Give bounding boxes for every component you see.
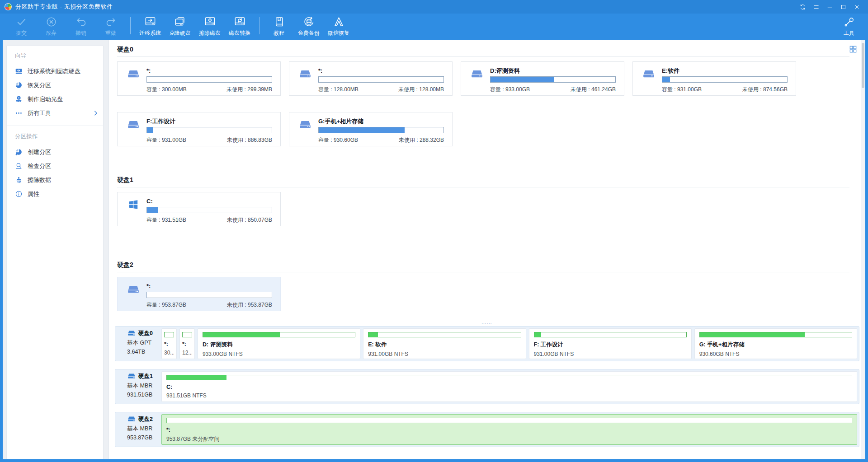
- capacity-row: 容量 : 931.00GB未使用 : 874.56GB: [662, 86, 788, 93]
- disk-map-partition[interactable]: G: 手机+相片存储930.60GB NTFS: [694, 328, 857, 359]
- disk-type: 基本 GPT: [127, 339, 159, 347]
- partition-card[interactable]: *:容量 : 300.00MB未使用 : 299.39MB: [117, 61, 281, 96]
- capacity-text: 容量 : 128.00MB: [318, 86, 359, 93]
- sidebar-item-label: 迁移系统到固态硬盘: [28, 67, 80, 75]
- usage-bar: [699, 332, 852, 337]
- partition-card[interactable]: E:软件容量 : 931.00GB未使用 : 874.56GB: [632, 61, 796, 96]
- sidebar-item-create-partition[interactable]: 创建分区: [7, 145, 103, 159]
- toolbar-button-label: 提交: [16, 29, 27, 37]
- sidebar-item-check-partition[interactable]: 检查分区: [7, 159, 103, 173]
- sidebar-item-label: 创建分区: [28, 148, 51, 156]
- toolbar-button-label: 工具: [844, 29, 854, 37]
- toolbar-button-tutorial[interactable]: 教程: [264, 16, 294, 37]
- unused-text: 未使用 : 461.24GB: [571, 86, 616, 93]
- sidebar-item-all-tools[interactable]: 所有工具: [7, 106, 103, 120]
- maximize-button[interactable]: [836, 0, 850, 14]
- disk-map-partition[interactable]: *:953.87GB 未分配空间: [161, 414, 857, 445]
- sidebar-item-erase-data[interactable]: 擦除数据: [7, 173, 103, 187]
- drive-icon: [127, 68, 140, 80]
- disk-map-row: 硬盘0基本 GPT3.64TB*:30...*:12...D: 评测资料933.…: [115, 326, 859, 361]
- disk-name: 硬盘1: [138, 373, 153, 380]
- sidebar-item-label: 恢复分区: [28, 81, 51, 89]
- disk-size: 953.87GB: [127, 434, 159, 441]
- capacity-text: 容量 : 933.00GB: [490, 86, 530, 93]
- drive-icon: [127, 284, 140, 295]
- wipe-disk-icon: [204, 16, 216, 28]
- partition-card[interactable]: F:工作设计容量 : 931.00GB未使用 : 886.83GB: [117, 112, 281, 146]
- capacity-text: 容量 : 931.51GB: [146, 216, 186, 224]
- discard-icon: [45, 16, 57, 28]
- create-partition-icon: [15, 148, 23, 156]
- disk-map-partition[interactable]: F: 工作设计931.00GB NTFS: [529, 328, 692, 359]
- sidebar-group-title: 向导: [7, 46, 103, 64]
- disk-map-partition[interactable]: C:931.51GB NTFS: [161, 371, 857, 402]
- usage-bar-fill: [700, 332, 805, 337]
- partition-card-body: C:容量 : 931.51GB未使用 : 850.07GB: [146, 198, 272, 226]
- toolbar-button-label: 免费备份: [298, 29, 320, 37]
- capacity-row: 容量 : 933.00GB未使用 : 461.24GB: [490, 86, 616, 93]
- migrate-ssd-icon: [15, 67, 23, 75]
- map-disk-icon: [127, 415, 136, 423]
- disk-map-row: 硬盘2基本 MBR953.87GB*:953.87GB 未分配空间: [115, 412, 859, 447]
- partition-label: D:评测资料: [490, 68, 616, 74]
- titlebar: 分区助手专业版 - 无损分区免费软件: [0, 0, 868, 14]
- capacity-text: 容量 : 931.00GB: [146, 136, 186, 144]
- disk-map-partition[interactable]: E: 软件931.00GB NTFS: [363, 328, 526, 359]
- splitter-handle[interactable]: ⋯⋯: [109, 321, 865, 326]
- partition-card-body: E:软件容量 : 931.00GB未使用 : 874.56GB: [662, 68, 788, 95]
- minimize-button[interactable]: [823, 0, 836, 14]
- toolbar-button-clone-disk[interactable]: 克隆硬盘: [165, 16, 195, 37]
- view-toggle-button[interactable]: [849, 45, 858, 54]
- toolbar-button-convert-disk[interactable]: 磁盘转换: [225, 16, 255, 37]
- partition-card[interactable]: *:容量 : 128.00MB未使用 : 128.00MB: [289, 61, 453, 96]
- disk-overview-area: 硬盘0*:容量 : 300.00MB未使用 : 299.39MB*:容量 : 1…: [109, 40, 865, 321]
- vertical-scrollbar[interactable]: [861, 40, 865, 459]
- sidebar-item-recover-partition[interactable]: 恢复分区: [7, 78, 103, 92]
- menu-button[interactable]: [809, 0, 823, 14]
- sidebar-item-migrate-ssd[interactable]: 迁移系统到固态硬盘: [7, 64, 103, 78]
- sidebar-item-label: 属性: [28, 190, 39, 198]
- partition-card[interactable]: D:评测资料容量 : 933.00GB未使用 : 461.24GB: [461, 61, 624, 96]
- sidebar-group-title: 分区操作: [7, 127, 103, 145]
- sidebar-item-bootable-media[interactable]: 制作启动光盘: [7, 92, 103, 106]
- partition-card[interactable]: G:手机+相片存储容量 : 930.60GB未使用 : 288.32GB: [289, 112, 453, 146]
- sidebar-item-properties[interactable]: 属性: [7, 187, 103, 201]
- toolbar-button-label: 擦除磁盘: [199, 29, 221, 37]
- disk-map-info[interactable]: 硬盘1基本 MBR931.51GB: [117, 371, 159, 402]
- scrollbar-thumb[interactable]: [862, 43, 864, 88]
- partition-size: 931.00GB NTFS: [368, 351, 521, 357]
- disk-type: 基本 MBR: [127, 425, 159, 433]
- disk-map-info[interactable]: 硬盘2基本 MBR953.87GB: [117, 414, 159, 445]
- capacity-text: 容量 : 930.60GB: [318, 136, 358, 144]
- undo-icon: [75, 16, 87, 28]
- disk-map-title: 硬盘2: [127, 415, 159, 423]
- disk-header: 硬盘1: [117, 176, 849, 183]
- disk-map-partition[interactable]: *:12...: [179, 328, 195, 359]
- tutorial-icon: [273, 16, 285, 28]
- disk-header: 硬盘0: [117, 46, 849, 53]
- usage-bar-fill: [662, 77, 670, 82]
- partition-label: E:软件: [662, 68, 788, 74]
- close-button[interactable]: [850, 0, 863, 14]
- partition-card[interactable]: C:容量 : 931.51GB未使用 : 850.07GB: [117, 192, 281, 226]
- toolbar-button-free-backup[interactable]: 免费备份: [294, 16, 324, 37]
- usage-bar-fill: [319, 127, 405, 133]
- disk-header: 硬盘2: [117, 261, 849, 268]
- refresh-button[interactable]: [796, 0, 809, 14]
- toolbar-button-tools[interactable]: 工具: [837, 16, 861, 37]
- toolbar-button-wechat-recovery[interactable]: 微信恢复: [324, 16, 354, 37]
- toolbar-tools-group: 工具: [837, 16, 861, 37]
- disk-map-partition[interactable]: *:30...: [161, 328, 177, 359]
- partition-card[interactable]: *:容量 : 953.87GB未使用 : 953.87GB: [117, 277, 281, 311]
- toolbar-button-discard: 放弃: [36, 16, 66, 37]
- drive-icon: [470, 68, 484, 80]
- redo-icon: [105, 16, 117, 28]
- toolbar-button-migrate-system[interactable]: 迁移系统: [135, 16, 165, 37]
- grid-toggle-icon: [849, 45, 858, 54]
- toolbar-separator: [259, 17, 259, 34]
- disk-map-info[interactable]: 硬盘0基本 GPT3.64TB: [117, 328, 159, 359]
- disk-map-partition[interactable]: D: 评测资料933.00GB NTFS: [198, 328, 360, 359]
- toolbar-main-group: 迁移系统克隆硬盘擦除磁盘磁盘转换: [135, 16, 255, 37]
- partition-label: *:: [146, 68, 272, 74]
- toolbar-button-wipe-disk[interactable]: 擦除磁盘: [195, 16, 225, 37]
